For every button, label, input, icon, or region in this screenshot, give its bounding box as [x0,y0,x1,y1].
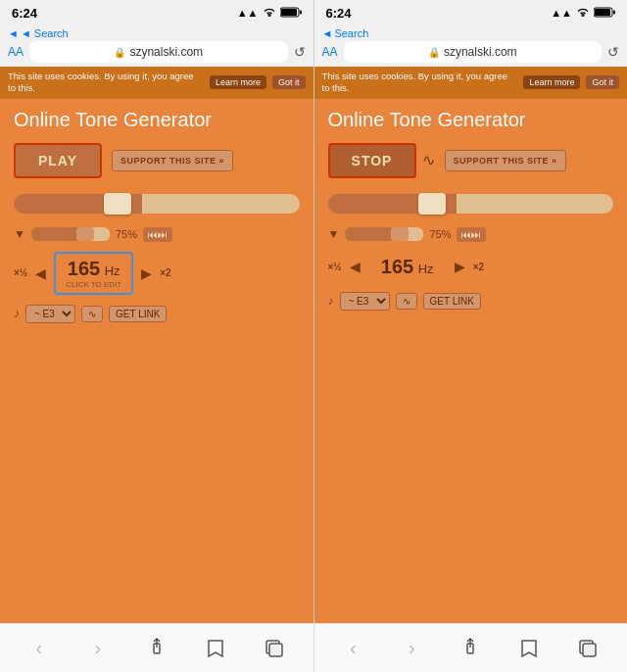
note-select-left[interactable]: ~ E3 [25,305,75,323]
status-bar-left: 6:24 ▲▲ [0,0,314,24]
page-title-left: Online Tone Generator [14,109,300,131]
wave-btn-right[interactable]: ∿ [396,293,417,310]
freq-slider-left[interactable] [14,194,300,214]
get-link-right[interactable]: GET LINK [423,293,481,310]
toolbar-left: ‹ › [0,623,314,672]
status-icons-left: ▲▲ [237,7,302,20]
back-button-right[interactable]: ◄ Search [322,27,369,39]
forward-nav-right[interactable]: › [382,637,441,659]
double-label-right: ×2 [473,262,484,272]
svg-rect-8 [269,644,282,656]
toolbar-right: ‹ › [314,623,628,672]
browser-chrome-left: ◄ ◄ Search AA 🔒 szynalski.com ↺ [0,24,314,67]
aa-right[interactable]: AA [322,45,338,59]
address-text-left: szynalski.com [129,45,203,59]
bookmarks-btn-right[interactable] [500,639,558,658]
forward-nav-left[interactable]: › [69,637,127,659]
browser-chrome-right: ◄ Search AA 🔒 szynalski.com ↺ [314,24,628,67]
freq-edit-hint-left: CLICK TO EDIT [66,280,121,289]
vol-pct-left: 75% [116,228,137,240]
vol-slider-left[interactable] [31,227,110,241]
time-left: 6:24 [12,6,37,21]
svg-rect-11 [583,644,596,656]
aa-left[interactable]: AA [8,45,24,59]
share-btn-right[interactable] [441,638,500,659]
address-bar-right[interactable]: 🔒 szynalski.com [344,41,602,63]
back-button-left[interactable]: ◄ ◄ Search [8,27,69,39]
note-icon-left: ♪ [14,307,20,320]
lock-icon-right: 🔒 [428,47,440,58]
address-bar-left[interactable]: 🔒 szynalski.com [29,41,287,63]
tabs-btn-right[interactable] [558,640,617,657]
freq-down-right[interactable]: ◀ [348,259,362,274]
status-icons-right: ▲▲ [551,7,615,20]
cookie-banner-left: This site uses cookies. By using it, you… [0,67,314,99]
wave-btn-left[interactable]: ∿ [81,306,103,322]
freq-slider-container-left [14,194,300,217]
bottom-toolbar: ‹ › ‹ › [0,623,627,672]
support-button-left[interactable]: SUPPORT THIS SITE » [112,150,233,171]
media-btn-right[interactable]: ⏮⏭ [457,227,486,242]
media-btn-left[interactable]: ⏮⏭ [143,227,172,242]
bottom-row-right: ♪ ~ E3 ∿ GET LINK [328,292,614,311]
volume-icon-right: ▼ [328,227,340,241]
stop-button[interactable]: STOP [328,143,416,178]
support-button-right[interactable]: SUPPORT THIS SITE » [445,150,566,171]
bottom-row-left: ♪ ~ E3 ∿ GET LINK [14,305,300,323]
cookie-text-left: This site uses cookies. By using it, you… [8,71,204,95]
double-label-left: ×2 [160,267,170,278]
got-it-left[interactable]: Got it [272,75,306,89]
left-panel: 6:24 ▲▲ ◄ ◄ Search AA [0,0,314,623]
volume-row-right: ▼ 75% ⏮⏭ [328,227,614,242]
share-btn-left[interactable] [127,638,186,659]
learn-more-left[interactable]: Learn more [210,75,266,89]
bookmarks-btn-left[interactable] [186,639,245,658]
browser-nav-left: ◄ ◄ Search [8,25,306,41]
vol-slider-right[interactable] [345,227,423,241]
reload-btn-right[interactable]: ↺ [607,44,619,60]
freq-up-left[interactable]: ▶ [139,265,154,281]
top-buttons-right: STOP ∿ SUPPORT THIS SITE » [328,143,614,178]
got-it-right[interactable]: Got it [586,75,619,89]
time-right: 6:24 [326,6,352,21]
freq-unit-right: Hz [418,262,434,276]
right-panel: 6:24 ▲▲ ◄ Search AA [314,0,628,623]
freq-value-left: 165 [68,258,100,279]
learn-more-right[interactable]: Learn more [523,75,580,89]
freq-display-right[interactable]: 165 Hz [368,252,447,282]
battery-icon-right [594,7,615,20]
freq-value-right: 165 [381,256,413,277]
back-nav-right[interactable]: ‹ [324,637,383,659]
reload-btn-left[interactable]: ↺ [294,44,306,60]
address-text-right: szynalski.com [444,45,517,59]
freq-up-right[interactable]: ▶ [453,259,467,274]
main-content-left: Online Tone Generator PLAY SUPPORT THIS … [0,99,314,623]
main-content-right: Online Tone Generator STOP ∿ SUPPORT THI… [314,99,628,623]
top-buttons-left: PLAY SUPPORT THIS SITE » [14,143,300,178]
play-button[interactable]: PLAY [14,143,102,178]
freq-down-left[interactable]: ◀ [33,265,48,281]
note-select-right[interactable]: ~ E3 [340,292,390,311]
half-label-left: ×½ [14,267,27,278]
signal-icon-right: ▲▲ [551,7,572,19]
cookie-banner-right: This site uses cookies. By using it, you… [314,67,628,99]
wifi-icon-left [263,7,276,20]
signal-icon-left: ▲▲ [237,7,259,19]
back-arrow-right: ◄ [322,27,333,39]
note-icon-right: ♪ [328,294,334,308]
back-nav-left[interactable]: ‹ [10,637,69,659]
svg-rect-1 [281,9,297,16]
freq-display-left[interactable]: 165 Hz CLICK TO EDIT [54,252,133,295]
svg-rect-2 [300,10,302,14]
status-bar-right: 6:24 ▲▲ [314,0,628,24]
battery-icon-left [280,7,302,20]
freq-slider-right[interactable] [328,194,614,214]
wifi-icon-right [576,7,590,20]
page-title-right: Online Tone Generator [328,109,614,131]
tabs-btn-left[interactable] [245,640,304,657]
back-label-right: Search [334,27,368,39]
freq-unit-left: Hz [105,264,121,278]
browser-nav-right: ◄ Search [322,25,620,41]
freq-row-left: ×½ ◀ 165 Hz CLICK TO EDIT ▶ ×2 [14,252,300,295]
get-link-left[interactable]: GET LINK [109,306,167,322]
